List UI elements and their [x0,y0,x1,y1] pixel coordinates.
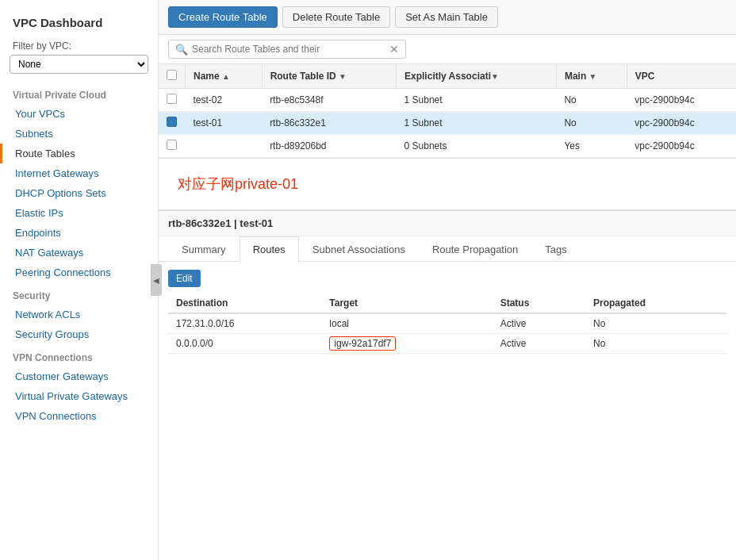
row-checkbox-selected[interactable] [167,117,177,127]
row-associations: 0 Subnets [397,135,557,158]
sidebar-item-peering-connections[interactable]: Peering Connections [0,263,158,282]
search-bar: 🔍 ✕ [159,35,736,64]
route-destination: 172.31.0.0/16 [168,313,321,334]
routes-table: Destination Target Status Propagated 172… [168,293,726,354]
search-clear-icon[interactable]: ✕ [389,43,399,56]
row-name: test-01 [186,112,263,135]
tab-tags[interactable]: Tags [531,236,580,262]
sidebar-item-network-acls[interactable]: Network ACLs [0,305,158,324]
col-header-checkbox [159,64,186,89]
section-vpn: VPN Connections [0,344,158,366]
table-row[interactable]: rtb-d89206bd 0 Subnets Yes vpc-2900b94c [159,135,736,158]
route-destination: 0.0.0.0/0 [168,334,321,354]
edit-routes-button[interactable]: Edit [168,270,201,287]
search-input[interactable] [192,44,389,55]
sidebar-item-dhcp-options[interactable]: DHCP Options Sets [0,183,158,203]
route-tables-table: Name ▲ Route Table ID ▼ Explicitly Assoc… [159,64,736,158]
route-status: Active [493,313,585,334]
row-id: rtb-86c332e1 [262,112,396,135]
row-id: rtb-e8c5348f [262,89,396,112]
routes-col-target: Target [321,293,492,313]
sidebar-item-security-groups[interactable]: Security Groups [0,324,158,344]
sidebar-item-route-tables[interactable]: Route Tables [0,144,158,163]
col-header-route-table-id[interactable]: Route Table ID ▼ [262,64,396,89]
sidebar-item-customer-gateways[interactable]: Customer Gateways [0,366,158,386]
row-vpc: vpc-2900b94c [627,112,736,135]
row-vpc: vpc-2900b94c [627,135,736,158]
toggle-sidebar-button[interactable]: ◀ [151,264,162,296]
route-propagated: No [585,313,726,334]
routes-col-propagated: Propagated [585,293,726,313]
row-main: No [556,89,627,112]
row-id: rtb-d89206bd [262,135,396,158]
tab-summary[interactable]: Summary [168,236,240,262]
tab-routes[interactable]: Routes [240,236,299,262]
tab-route-propagation[interactable]: Route Propagation [419,236,531,262]
vpc-filter-select[interactable]: None [10,55,148,74]
row-main: Yes [556,135,627,158]
routes-content: Edit Destination Target Status Propagate… [159,262,736,362]
sidebar-item-vpn-connections[interactable]: VPN Connections [0,406,158,426]
igw-badge[interactable]: igw-92a17df7 [329,336,396,351]
route-row: 172.31.0.0/16 local Active No [168,313,726,334]
route-tables-table-area: Name ▲ Route Table ID ▼ Explicitly Assoc… [159,64,736,159]
sidebar-item-nat-gateways[interactable]: NAT Gateways [0,243,158,263]
row-main: No [556,112,627,135]
row-vpc: vpc-2900b94c [627,89,736,112]
sidebar: VPC Dashboard Filter by VPC: None Virtua… [0,0,159,560]
select-all-checkbox[interactable] [167,70,177,80]
table-row[interactable]: test-02 rtb-e8c5348f 1 Subnet No vpc-290… [159,89,736,112]
row-associations: 1 Subnet [397,89,557,112]
sidebar-item-subnets[interactable]: Subnets [0,124,158,144]
sidebar-title: VPC Dashboard [0,10,158,37]
row-checkbox[interactable] [167,140,177,150]
set-main-table-button[interactable]: Set As Main Table [395,6,498,28]
routes-col-destination: Destination [168,293,321,313]
sidebar-item-your-vpcs[interactable]: Your VPCs [0,104,158,124]
row-associations: 1 Subnet [397,112,557,135]
route-target: local [321,313,492,334]
delete-route-table-button[interactable]: Delete Route Table [282,6,390,28]
annotation-area: 对应子网private-01 [159,159,736,209]
table-row[interactable]: test-01 rtb-86c332e1 1 Subnet No vpc-290… [159,112,736,135]
main-content: Create Route Table Delete Route Table Se… [159,0,736,560]
sidebar-item-endpoints[interactable]: Endpoints [0,223,158,243]
route-row: 0.0.0.0/0 igw-92a17df7 Active No [168,334,726,354]
detail-header: rtb-86c332e1 | test-01 [159,211,736,236]
row-checkbox[interactable] [167,94,177,104]
col-header-explicitly-associated[interactable]: Explicitly Associati▼ [397,64,557,89]
col-header-main[interactable]: Main ▼ [556,64,627,89]
detail-panel: rtb-86c332e1 | test-01 Summary Routes Su… [159,209,736,560]
detail-tabs: Summary Routes Subnet Associations Route… [159,236,736,262]
sidebar-item-elastic-ips[interactable]: Elastic IPs [0,203,158,223]
sidebar-item-internet-gateways[interactable]: Internet Gateways [0,163,158,183]
create-route-table-button[interactable]: Create Route Table [168,6,278,28]
row-name [186,135,263,158]
sidebar-item-virtual-private-gateways[interactable]: Virtual Private Gateways [0,386,158,406]
section-security: Security [0,282,158,305]
section-vpc: Virtual Private Cloud [0,82,158,104]
filter-label: Filter by VPC: [0,37,158,53]
route-target-igw[interactable]: igw-92a17df7 [321,334,492,354]
search-input-wrap: 🔍 ✕ [168,40,406,59]
col-header-name[interactable]: Name ▲ [186,64,263,89]
route-propagated: No [585,334,726,354]
annotation-text: 对应子网private-01 [178,176,298,192]
row-name: test-02 [186,89,263,112]
search-icon: 🔍 [175,44,188,56]
routes-col-status: Status [493,293,585,313]
col-header-vpc: VPC [627,64,736,89]
route-status: Active [493,334,585,354]
tab-subnet-associations[interactable]: Subnet Associations [299,236,419,262]
toolbar: Create Route Table Delete Route Table Se… [159,0,736,35]
